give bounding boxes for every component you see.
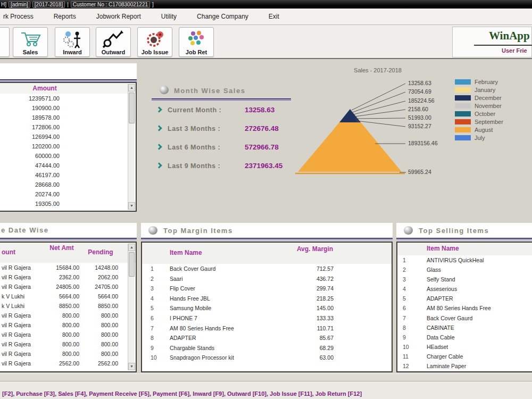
scroll-down-icon[interactable]: ▼ bbox=[128, 202, 135, 210]
menu-item[interactable]: Exit bbox=[267, 12, 281, 21]
amount-column-header: Amount bbox=[0, 83, 136, 94]
top-margin-row[interactable]: 4 Hands Free JBL 218.25 bbox=[142, 294, 392, 304]
amount-row[interactable]: 28668.00 bbox=[0, 180, 136, 189]
top-selling-title: Top Selling Items bbox=[419, 227, 489, 235]
toolbar-button-job-ret[interactable]: Job Ret bbox=[179, 27, 214, 57]
legend-label: July bbox=[475, 135, 485, 141]
scroll-up-icon[interactable]: ▲ bbox=[128, 84, 135, 92]
scroll-down-icon[interactable]: ▼ bbox=[128, 363, 135, 370]
chevron-right-icon bbox=[156, 144, 162, 149]
due-date-title: e Date Wise bbox=[1, 226, 48, 234]
toolbar-button-sales[interactable]: Sales bbox=[13, 27, 48, 57]
title-customer-no: Customer No : C170830021221 bbox=[71, 1, 150, 8]
due-date-row[interactable]: vil R Gajera 2362.00 2062.00 bbox=[0, 272, 136, 282]
title-suffix: ] bbox=[152, 2, 154, 7]
legend-label: October bbox=[475, 111, 495, 117]
top-margin-row[interactable]: 2 Saari 436.72 bbox=[142, 274, 392, 284]
amount-row[interactable]: 19305.00 bbox=[0, 199, 136, 209]
title-prefix: H] bbox=[1, 2, 6, 7]
menu-item[interactable]: rk Process bbox=[1, 12, 36, 21]
toolbar-button-job-issue[interactable]: Job Issue bbox=[137, 27, 172, 57]
window-title-bar: H] [admin] [2017-2018] | Customer No : C… bbox=[0, 0, 532, 9]
due-date-row[interactable]: vil R Gajera 800.00 800.00 bbox=[0, 330, 136, 339]
month-wise-row[interactable]: Last 9 Months : 2371963.45 bbox=[152, 158, 287, 177]
top-selling-row[interactable]: 8 CABINATE bbox=[397, 323, 532, 332]
amount-row[interactable]: 47444.00 bbox=[0, 161, 136, 170]
due-date-row[interactable]: vil R Gajera 800.00 800.00 bbox=[0, 311, 136, 320]
title-separator: | bbox=[67, 2, 69, 7]
amount-row[interactable]: 172806.00 bbox=[0, 122, 136, 132]
legend-item: September bbox=[455, 118, 532, 126]
top-selling-row[interactable]: 5 ADAPTER bbox=[397, 294, 532, 303]
top-margin-row[interactable]: 5 Samsung Mobile 145.00 bbox=[142, 303, 392, 313]
amount-row[interactable]: 46197.00 bbox=[0, 170, 136, 180]
top-selling-row[interactable]: 2 Glass bbox=[397, 265, 532, 275]
top-selling-row[interactable]: 7 Back Cover Gaurd bbox=[397, 313, 532, 323]
month-wise-row[interactable]: Last 3 Months : 272676.48 bbox=[152, 121, 287, 139]
chart-label: 2158.60 bbox=[408, 106, 428, 112]
amount-row[interactable]: 20274.00 bbox=[0, 189, 136, 199]
amount-row[interactable]: 190900.00 bbox=[0, 103, 136, 113]
top-selling-row[interactable]: 12 Laminate Paper bbox=[397, 361, 532, 371]
legend-swatch bbox=[455, 135, 471, 140]
menu-item[interactable]: Utility bbox=[159, 12, 179, 21]
top-selling-row[interactable]: 1 ANTIVIRUS QuickHeal bbox=[397, 255, 532, 265]
chart-label: 13258.63 bbox=[408, 80, 431, 86]
top-selling-row[interactable]: 9 Data Cable bbox=[397, 332, 532, 342]
scroll-thumb[interactable] bbox=[129, 93, 135, 123]
top-selling-row[interactable]: 3 Selfy Stand bbox=[397, 275, 532, 284]
due-date-row[interactable]: vil R Gajera 800.00 800.00 bbox=[0, 349, 136, 359]
top-selling-row[interactable]: 4 Asseserious bbox=[397, 284, 532, 294]
due-date-underline bbox=[0, 238, 137, 240]
amount-row[interactable]: 189578.00 bbox=[0, 113, 136, 122]
top-margin-row[interactable]: 9 Chargable Stands 68.29 bbox=[142, 343, 392, 353]
bottom-strip bbox=[0, 373, 532, 381]
toolbar-button-partial[interactable]: e bbox=[0, 27, 10, 57]
legend-label: September bbox=[475, 119, 503, 125]
pyramid-august-slice bbox=[298, 122, 402, 172]
due-date-row[interactable]: vil R Gajera 15684.00 14248.00 bbox=[0, 263, 136, 272]
amount-row[interactable]: 60000.00 bbox=[0, 151, 136, 161]
status-shortcuts: [F2], Purchase [F3], Sales [F4], Payment… bbox=[2, 390, 362, 397]
amount-row[interactable]: 120200.00 bbox=[0, 142, 136, 151]
legend-swatch bbox=[455, 79, 471, 85]
chart-label: 185224.56 bbox=[408, 97, 435, 104]
amount-row[interactable]: 1239571.00 bbox=[0, 94, 136, 103]
top-margin-row[interactable]: 8 ADAPTER 85.67 bbox=[142, 333, 392, 343]
due-date-row[interactable]: k V Lukhi 8850.00 8850.00 bbox=[0, 301, 136, 311]
top-margin-row[interactable]: 3 Flip Cover 299.74 bbox=[142, 284, 392, 294]
menu-item[interactable]: Change Company bbox=[195, 12, 251, 21]
top-margin-row[interactable]: 7 AM 80 Series Hands Free 110.71 bbox=[142, 323, 392, 334]
top-selling-row[interactable]: 11 Charger Cable bbox=[397, 352, 532, 361]
scroll-thumb[interactable] bbox=[129, 252, 135, 277]
top-selling-row[interactable]: 10 HEadset bbox=[397, 342, 532, 352]
menu-item[interactable]: Jobwork Report bbox=[94, 12, 143, 21]
due-date-row[interactable]: vil R Gajera 800.00 800.00 bbox=[0, 339, 136, 349]
month-wise-row[interactable]: Last 6 Months : 572966.78 bbox=[152, 139, 287, 158]
top-margin-rows: 1 Back Cover Gaurd 712.57 2 Saari 436.72… bbox=[142, 264, 392, 363]
due-date-row[interactable]: k V Lukhi 5664.00 5664.00 bbox=[0, 292, 136, 301]
sphere-icon bbox=[160, 86, 169, 94]
menu-item[interactable]: Reports bbox=[52, 12, 78, 21]
amount-row[interactable]: 126994.00 bbox=[0, 132, 136, 142]
legend-label: February bbox=[475, 79, 498, 85]
top-margin-underline bbox=[141, 238, 393, 240]
brand-tagline: User Frie bbox=[502, 47, 527, 54]
amount-scrollbar[interactable]: ▲ ▼ bbox=[128, 84, 135, 210]
toolbar-button-inward[interactable]: Inward bbox=[55, 27, 90, 57]
due-date-row[interactable]: vil R Gajera 800.00 800.00 bbox=[0, 320, 136, 330]
top-margin-row[interactable]: 10 Snapdragon Processor kit 63.00 bbox=[142, 353, 392, 363]
toolbar-button-outward[interactable]: Outward bbox=[96, 27, 131, 57]
month-wise-rows: Current Month : 13258.63 Last 3 Months :… bbox=[152, 102, 287, 177]
top-margin-header-band: Top Margin Items bbox=[141, 223, 393, 238]
top-selling-row[interactable]: 6 AM 80 Series Hands Free bbox=[397, 303, 532, 313]
top-margin-row[interactable]: 1 Back Cover Gaurd 712.57 bbox=[142, 264, 392, 274]
scroll-up-icon[interactable]: ▲ bbox=[128, 244, 135, 251]
due-date-row[interactable]: vil R Gajera 2562.00 2562.00 bbox=[0, 359, 136, 368]
chart-legend: February January December November Octob… bbox=[455, 78, 532, 142]
top-margin-row[interactable]: 6 I PHONE 7 133.33 bbox=[142, 313, 392, 323]
month-wise-row[interactable]: Current Month : 13258.63 bbox=[152, 102, 287, 121]
title-user: [admin] bbox=[9, 1, 30, 8]
due-date-scrollbar[interactable]: ▲ ▼ bbox=[128, 244, 135, 370]
due-date-row[interactable]: vil R Gajera 24805.00 24705.00 bbox=[0, 282, 136, 292]
